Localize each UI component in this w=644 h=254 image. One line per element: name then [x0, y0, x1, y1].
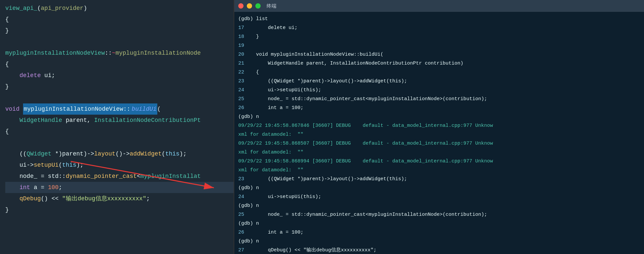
- code-line: mypluginInstallationNodeView::~mypluginI…: [5, 47, 234, 59]
- terminal-line: 20 void mypluginInstallationNodeView::bu…: [238, 50, 640, 59]
- code-line: }: [5, 25, 234, 36]
- terminal-debug-line: 09/29/22 19:45:58.868994 [36607] DEBUG d…: [238, 157, 640, 166]
- code-line: [5, 92, 234, 103]
- code-line: qDebug() << "输出debug信息xxxxxxxxxx";: [5, 193, 234, 204]
- code-editor: view_api_(api_provider) { } mypluginInst…: [0, 0, 234, 254]
- code-line: ((QWidget *)parent)->layout()->addWidget…: [5, 148, 234, 159]
- code-line: void mypluginInstallationNodeView::build…: [5, 103, 234, 115]
- terminal-window: 终端 (gdb) list 17 delete ui; 18 } 19 20 v…: [234, 0, 644, 254]
- terminal-line: 17 delete ui;: [238, 23, 640, 32]
- terminal-line: 18 }: [238, 32, 640, 41]
- terminal-line: (gdb) n: [238, 183, 640, 192]
- code-line: [5, 36, 234, 47]
- terminal-line: 26 int a = 100;: [238, 228, 640, 237]
- terminal-debug-line: xml for datamodel: "": [238, 166, 640, 175]
- terminal-line: 21 WidgetHandle parent, InstallationNode…: [238, 59, 640, 68]
- code-line: }: [5, 204, 234, 215]
- code-line: node_ = std::dynamic_pointer_cast<myplug…: [5, 171, 234, 182]
- minimize-button[interactable]: [247, 3, 252, 9]
- highlighted-code-line: int a = 100;: [5, 182, 234, 193]
- code-content: view_api_(api_provider) { } mypluginInst…: [0, 0, 234, 218]
- terminal-line: 27 qDebug() << "输出debug信息xxxxxxxxxx";: [238, 246, 640, 254]
- terminal-line: 19: [238, 41, 640, 50]
- terminal-body[interactable]: (gdb) list 17 delete ui; 18 } 19 20 void…: [234, 12, 644, 254]
- terminal-line: 25 node_ = std::dynamic_pointer_cast<myp…: [238, 210, 640, 219]
- terminal-line: (gdb) n: [238, 112, 640, 121]
- terminal-title: 终端: [267, 3, 276, 9]
- terminal-line: 24 ui->setupUi(this);: [238, 192, 640, 201]
- code-line: WidgetHandle parent, InstallationNodeCon…: [5, 115, 234, 126]
- code-line: }: [5, 81, 234, 92]
- code-line: ui->setupUi(this);: [5, 159, 234, 171]
- terminal-line: (gdb) n: [238, 219, 640, 228]
- terminal-line: 24 ui->setupUi(this);: [238, 86, 640, 95]
- code-line: {: [5, 59, 234, 70]
- terminal-debug-line: 09/29/22 19:45:58.868507 [36607] DEBUG d…: [238, 139, 640, 148]
- terminal-line: 26 int a = 100;: [238, 103, 640, 112]
- code-line: [5, 137, 234, 148]
- terminal-titlebar: 终端: [234, 0, 644, 12]
- terminal-debug-line: 09/29/22 19:45:58.867846 [36607] DEBUG d…: [238, 121, 640, 130]
- terminal-line: 23 ((QWidget *)parent)->layout()->addWid…: [238, 77, 640, 86]
- terminal-line: 23 ((QWidget *)parent)->layout()->addWid…: [238, 175, 640, 183]
- maximize-button[interactable]: [255, 3, 261, 9]
- terminal-line: (gdb) n: [238, 237, 640, 246]
- code-line: {: [5, 14, 234, 25]
- terminal-line: 25 node_ = std::dynamic_pointer_cast<myp…: [238, 95, 640, 103]
- terminal-line: (gdb) n: [238, 201, 640, 210]
- terminal-debug-line: xml for datamodel: "": [238, 130, 640, 139]
- code-line: view_api_(api_provider): [5, 3, 234, 14]
- code-line: {: [5, 126, 234, 137]
- close-button[interactable]: [238, 3, 244, 9]
- terminal-debug-line: xml for datamodel: "": [238, 148, 640, 157]
- terminal-line: 22 {: [238, 68, 640, 77]
- code-token: view_api_: [5, 3, 37, 14]
- code-line: delete ui;: [5, 70, 234, 81]
- terminal-line: (gdb) list: [238, 14, 640, 23]
